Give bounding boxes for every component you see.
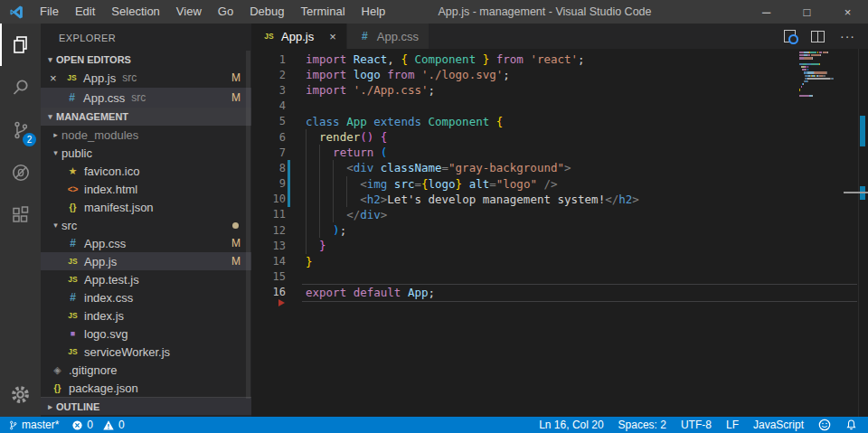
split-editor-icon[interactable] (811, 31, 825, 42)
token: = (442, 161, 449, 174)
tree-item[interactable]: JSindex.js (41, 306, 251, 325)
tree-item[interactable]: JSserviceWorker.js (41, 343, 251, 361)
minimap[interactable] (799, 52, 852, 98)
code-line[interactable]: 13 } (251, 238, 868, 253)
minimap-token (820, 54, 821, 56)
code-line[interactable]: 4 (251, 99, 868, 114)
problems-status[interactable]: 0 0 (71, 419, 124, 431)
open-editor-item[interactable]: ×JSApp.jssrcM (41, 68, 251, 88)
language-mode-status[interactable]: JavaScript (753, 419, 804, 431)
close-button[interactable]: × (827, 0, 868, 24)
code-text: ); (306, 223, 346, 237)
feedback-button[interactable] (818, 419, 831, 431)
menu-view[interactable]: View (168, 5, 210, 18)
token: < (346, 161, 354, 174)
js-file-icon: JS (65, 275, 80, 284)
section-outline[interactable]: ▸ OUTLINE (41, 397, 251, 415)
code-text: return ( (306, 146, 387, 159)
code-line[interactable]: 2import logo from './logo.svg'; (251, 67, 868, 82)
sidebar-title: EXPLORER (41, 24, 251, 51)
token: } (319, 239, 326, 252)
debug-activity-button[interactable] (0, 151, 41, 193)
file-name: node_modules (61, 128, 138, 142)
code-line[interactable]: 11 </div> (251, 207, 868, 222)
code-line[interactable]: 5class App extends Component { (251, 114, 868, 129)
code-line[interactable]: 12 ); (251, 222, 868, 238)
tree-item[interactable]: ▾src (41, 216, 251, 234)
minimap-line (799, 57, 852, 59)
eol-status[interactable]: LF (726, 419, 739, 431)
code-line[interactable]: 1import React, { Component } from 'react… (251, 52, 868, 67)
tree-item[interactable]: JSApp.test.js (41, 270, 251, 288)
code-line[interactable]: 6 render() { (251, 129, 868, 145)
more-actions-icon[interactable]: ··· (840, 32, 855, 41)
section-folder[interactable]: ▾ MANAGEMENT (41, 108, 251, 126)
minimap-token (811, 54, 819, 56)
close-tab-icon[interactable]: × (329, 30, 336, 43)
tree-item[interactable]: ■logo.svg (41, 325, 251, 343)
code-line[interactable]: 14} (251, 253, 868, 268)
extensions-activity-button[interactable] (0, 193, 41, 236)
menu-go[interactable]: Go (210, 5, 241, 18)
code-text: import './App.css'; (306, 83, 435, 97)
tree-item[interactable]: ◈.gitignore (41, 361, 251, 379)
settings-button[interactable] (0, 377, 41, 411)
token: h2 (618, 193, 632, 206)
code-line[interactable]: 8 <div className="gray-background"> (251, 160, 868, 175)
tree-item[interactable]: {}package.json (41, 379, 251, 397)
cursor-position-status[interactable]: Ln 16, Col 20 (539, 419, 603, 431)
token: src (394, 177, 415, 191)
code-line[interactable]: 3import './App.css'; (251, 82, 868, 98)
sidebar-scrollbar[interactable] (246, 51, 250, 399)
minimap-token (804, 57, 812, 59)
branch-icon (8, 419, 18, 431)
tree-item[interactable]: #App.cssM (41, 234, 251, 252)
tree-item[interactable]: JSApp.jsM (41, 252, 251, 270)
code-line[interactable]: 9 <img src={logo} alt="logo" /> (251, 176, 868, 192)
modified-dot (232, 222, 239, 229)
token (306, 161, 346, 174)
notifications-button[interactable] (845, 419, 857, 431)
code-editor[interactable]: 1import React, { Component } from 'react… (251, 49, 868, 417)
tree-item[interactable]: <>index.html (41, 180, 251, 198)
file-name: App.js (84, 255, 117, 268)
encoding-status[interactable]: UTF-8 (681, 419, 712, 431)
token: img (367, 177, 394, 191)
tree-item[interactable]: ▸node_modules (41, 126, 251, 144)
close-icon[interactable]: × (50, 71, 64, 85)
tree-item[interactable]: ▾public (41, 144, 251, 162)
git-branch-status[interactable]: master* (8, 419, 59, 431)
token: "gray-background" (448, 161, 564, 174)
token: > (381, 208, 388, 221)
tree-item[interactable]: #index.css (41, 288, 251, 306)
minimize-button[interactable]: ─ (746, 0, 787, 24)
code-line[interactable]: 7 return ( (251, 145, 868, 160)
menu-debug[interactable]: Debug (241, 5, 292, 18)
tree-item[interactable]: ★favicon.ico (41, 162, 251, 180)
source-control-activity-button[interactable]: 2 (0, 108, 41, 151)
code-text: } (306, 239, 326, 252)
explorer-activity-button[interactable] (0, 24, 41, 66)
indentation-status[interactable]: Spaces: 2 (618, 419, 666, 431)
open-editor-item[interactable]: #App.csssrcM (41, 88, 251, 108)
tab-app-css[interactable]: # App.css (347, 24, 429, 49)
maximize-button[interactable]: □ (787, 0, 827, 24)
file-name: package.json (69, 381, 138, 395)
menu-edit[interactable]: Edit (67, 5, 103, 18)
token: { (401, 52, 408, 66)
section-open-editors[interactable]: ▾ OPEN EDITORS (41, 51, 251, 68)
token: { (496, 115, 504, 128)
menu-selection[interactable]: Selection (103, 5, 167, 18)
code-line[interactable]: 10 <h2>Let's develop management system!<… (251, 192, 868, 207)
code-line[interactable]: 15 (251, 269, 868, 285)
line-number: 12 (251, 224, 286, 237)
file-name: App.css (84, 237, 126, 250)
tab-app-js[interactable]: JS App.js × (251, 24, 347, 49)
menu-file[interactable]: File (32, 5, 67, 18)
code-lines: 1import React, { Component } from 'react… (251, 52, 868, 300)
js-file-icon: JS (64, 73, 80, 82)
search-activity-button[interactable] (0, 66, 41, 108)
open-changes-icon[interactable] (784, 30, 796, 42)
token: class (306, 115, 340, 128)
tree-item[interactable]: {}manifest.json (41, 198, 251, 216)
